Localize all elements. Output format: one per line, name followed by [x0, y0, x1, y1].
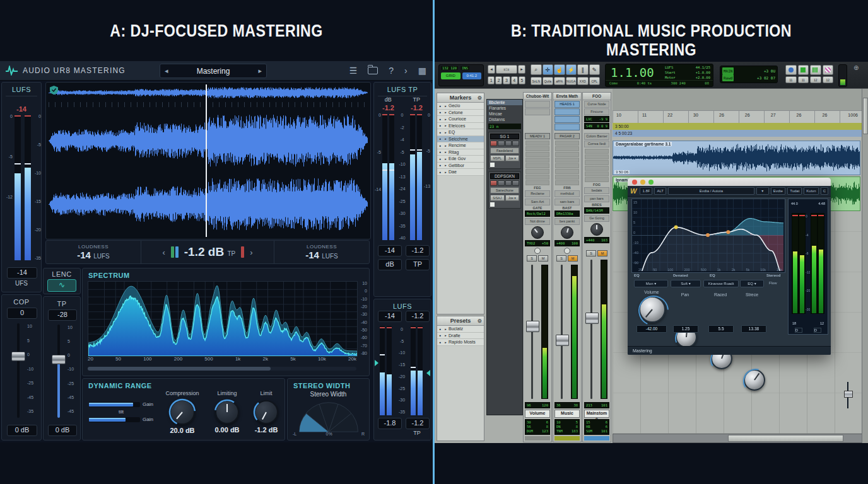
pan-mode-slot[interactable]: Ge Going [584, 215, 609, 222]
eq-mode-dropdown[interactable]: Mon ▾ [634, 280, 668, 287]
track-name[interactable]: Mainstom 0 [584, 410, 609, 418]
output-slot[interactable]: Sam Azt [525, 199, 550, 205]
tp-fader-handle[interactable] [52, 355, 66, 364]
insert-slot[interactable] [525, 101, 550, 108]
mute-button[interactable]: M [568, 255, 578, 262]
input-slot[interactable]: Reclame [525, 190, 550, 197]
clip-name-chip[interactable]: Dawgaralabae gartiname 3.1 [614, 142, 672, 146]
stereo-knob[interactable] [744, 369, 765, 391]
mute-button[interactable]: M [597, 250, 607, 256]
solo-button[interactable]: S [556, 255, 566, 262]
scrub-tool-icon[interactable]: ∥ [577, 64, 589, 75]
group-chip[interactable] [490, 202, 495, 207]
presets-gear-icon[interactable]: ⚙ [478, 318, 482, 324]
zoom-tool-icon[interactable]: ⌕ [531, 64, 542, 75]
record-solo-mute-buttons[interactable] [490, 141, 519, 146]
automation-button[interactable] [564, 248, 570, 254]
compression-knob[interactable] [170, 400, 195, 425]
insert-slot[interactable] [554, 116, 580, 123]
track-color[interactable] [525, 436, 550, 441]
step-back-button[interactable]: ◂ [488, 65, 495, 74]
toolbar-gear-icon[interactable]: ⊕ [853, 64, 859, 71]
preset-next-icon[interactable]: ▸ [254, 67, 266, 75]
input-slot[interactable]: methdud [554, 190, 580, 197]
grid-mode-button[interactable]: GRID [441, 72, 460, 79]
output-slot[interactable]: Faedeland [490, 147, 519, 154]
group-assign-2[interactable]: Correa Iledi [584, 141, 609, 147]
marker-lane-1[interactable]: 3 50:00 [613, 123, 862, 130]
setup-b-button[interactable]: ALT [654, 187, 666, 195]
preset-row[interactable]: ●▸Buclatz [437, 326, 484, 333]
markers-gear-icon[interactable]: ⚙ [478, 95, 482, 101]
plugin-titlebar[interactable] [628, 178, 831, 186]
strip-header[interactable]: Chuboe-Wit [524, 93, 551, 100]
help-button[interactable]: C [821, 187, 828, 195]
close-icon[interactable] [632, 180, 637, 185]
input-slot[interactable]: bedats [584, 187, 609, 194]
pan-knob[interactable] [561, 226, 573, 239]
meter-view-button[interactable] [810, 65, 821, 75]
playhead[interactable] [206, 84, 207, 237]
save-button[interactable]: Kutvn [804, 187, 818, 195]
pan-knob[interactable] [531, 226, 544, 239]
output-slot[interactable]: sam bars [554, 199, 580, 205]
eq-type-dropdown[interactable]: Kinanow Roadt [703, 280, 739, 287]
marker-row[interactable]: ●▸Seicchme [437, 136, 484, 143]
marker-row[interactable]: ●▸Gecio [437, 103, 484, 110]
preset-arrow-button[interactable]: ▾ [756, 187, 769, 195]
insert-slot[interactable] [554, 124, 580, 130]
group-assign[interactable]: MEADV 1 [525, 133, 550, 139]
nudge-right-icon[interactable]: › [250, 248, 252, 257]
link-button[interactable] [785, 65, 797, 75]
track-color[interactable] [584, 436, 609, 441]
marker-row[interactable]: ●▸Eteicces [437, 123, 484, 130]
limit-knob[interactable] [254, 400, 278, 424]
insert-slot[interactable] [525, 108, 550, 115]
pattern-button[interactable] [823, 65, 834, 75]
eq-button[interactable]: Fincune [584, 108, 609, 115]
menu-item[interactable]: Bbclente [487, 100, 522, 105]
channel-mini-buttons[interactable]: S/SAJJoe ▾ [490, 195, 519, 201]
mirror-button[interactable] [798, 65, 809, 75]
preset-prev-icon[interactable]: ◂ [160, 67, 173, 75]
fader-handle[interactable] [556, 335, 569, 346]
horizontal-scrollbar[interactable] [613, 434, 862, 443]
record-solo-mute-buttons[interactable] [490, 180, 519, 186]
setup-a-button[interactable]: 1.8F [640, 187, 652, 195]
denoise-dropdown[interactable]: Soft ▾ [671, 280, 701, 287]
track-name[interactable]: Volume [525, 410, 550, 418]
marker-row[interactable]: ●▸Ritag [437, 149, 484, 156]
pan-mode-slot[interactable]: Not dinne [525, 218, 550, 225]
waveform-main-canvas[interactable] [49, 109, 368, 235]
nudge-left-icon[interactable]: ‹ [162, 248, 165, 257]
trim-tool-icon[interactable]: ✛ [542, 64, 554, 75]
volume-knob[interactable] [639, 296, 666, 323]
insert-slot[interactable] [554, 108, 580, 115]
marker-row[interactable]: ●▸Courioce [437, 116, 484, 123]
channel-name[interactable]: SG 1 [490, 134, 519, 139]
grabber-tool-icon[interactable]: ☝ [554, 64, 565, 75]
audio-track-1[interactable]: Dawgaralabae gartiname 3.1 3 50 06 [613, 141, 860, 175]
marker-row[interactable]: ●▸Rencime [437, 142, 484, 149]
fader-handle[interactable] [526, 321, 539, 332]
lenc-waveform-button[interactable]: ∿ [47, 279, 76, 292]
group-assign[interactable]: Colom Banter [584, 133, 609, 140]
expand-chevron-icon[interactable]: › [404, 66, 408, 76]
output-slot[interactable]: Sanechune [490, 187, 519, 193]
group-chip[interactable] [490, 163, 495, 167]
solo-button[interactable]: S [527, 255, 537, 262]
automation-button[interactable] [534, 248, 541, 254]
marker-row[interactable]: ●▸Ede Gov [437, 156, 484, 163]
pencil-tool-icon[interactable]: ✎ [589, 64, 601, 75]
channel-mini-buttons[interactable]: MSPLJoe ▾ [490, 155, 519, 161]
stereo-width-gauge[interactable] [294, 400, 363, 433]
limiting-knob[interactable] [215, 400, 239, 424]
strip-header[interactable]: FOO [583, 93, 611, 100]
pan-knob[interactable] [590, 223, 603, 236]
undo-button[interactable]: Evdte [771, 187, 785, 195]
eq-graph[interactable]: 151050-10-40-90 20501002005001k2k5k10k20… [631, 199, 785, 273]
clip-button-right[interactable]: D [814, 328, 821, 333]
pan-mode-slot[interactable]: bes pankt [554, 218, 580, 225]
menu-item[interactable]: Mincae [487, 111, 522, 117]
insert-slot-active[interactable]: HEADS 1 [554, 101, 580, 108]
